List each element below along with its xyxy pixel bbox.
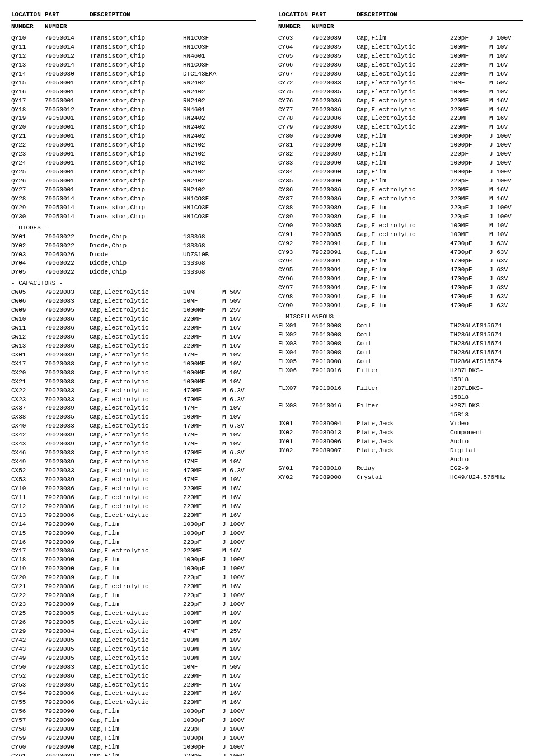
cell-desc: Coil xyxy=(357,349,450,358)
cell-loc: CY82 xyxy=(278,150,312,159)
cell-val: 1000pF xyxy=(183,529,222,538)
cell-val: 10MF xyxy=(450,79,489,88)
cell-desc: Cap,Film xyxy=(357,177,450,186)
cell-type: M 16V xyxy=(222,503,256,511)
cell-val: 10MF xyxy=(183,288,222,297)
page-container: LOCATION PART DESCRIPTION NUMBER NUMBER … xyxy=(11,11,523,756)
cell-loc: QY17 xyxy=(11,97,45,106)
table-row: CY7579020085Cap,Electrolytic100MFM 10V xyxy=(278,88,523,97)
cell-val: 220pF xyxy=(450,150,489,159)
cell-val: 220MF xyxy=(450,106,489,115)
table-row: CY8579020090Cap,Film220pFJ 100V xyxy=(278,177,523,186)
cell-part: 79020088 xyxy=(45,369,90,378)
right-column: LOCATION PART DESCRIPTION NUMBER NUMBER … xyxy=(278,11,523,756)
cell-loc: CY67 xyxy=(278,70,312,79)
cell-loc: QY18 xyxy=(11,106,45,115)
cell-val: H287LDKS-15818 xyxy=(450,402,489,420)
cell-loc: CY42 xyxy=(11,636,45,645)
table-row: CY8079020090Cap,Film1000pFJ 100V xyxy=(278,132,523,141)
cell-loc: QY13 xyxy=(11,61,45,70)
cell-loc: FLX04 xyxy=(278,349,312,358)
cell-desc: Diode,Chip xyxy=(90,242,183,251)
table-row: CY5579020086Cap,Electrolytic220MFM 16V xyxy=(11,698,256,707)
cell-part: 79020033 xyxy=(45,467,90,476)
cell-loc: QY26 xyxy=(11,177,45,186)
cell-loc: CW06 xyxy=(11,297,45,306)
cell-loc: CY43 xyxy=(11,645,45,654)
cell-loc: CX38 xyxy=(11,413,45,422)
cell-desc: Cap,Electrolytic xyxy=(90,333,183,342)
cell-type xyxy=(489,473,523,482)
cell-type: M 10V xyxy=(222,654,256,663)
table-row: CX2279020033Cap,Electrolytic470MFM 6.3V xyxy=(11,387,256,396)
table-row: CW0679020083Cap,Electrolytic10MFM 50V xyxy=(11,297,256,306)
cell-loc: CY90 xyxy=(278,222,312,231)
cell-loc: FLX02 xyxy=(278,331,312,340)
table-row: CY6479020085Cap,Electrolytic100MFM 10V xyxy=(278,43,523,52)
cell-type: M 16V xyxy=(489,97,523,106)
table-row: FLX0579010008CoilTH286LAIS15674 xyxy=(278,358,523,367)
cell-part: 79020085 xyxy=(45,609,90,618)
table-row: CY4279020085Cap,Electrolytic100MFM 10V xyxy=(11,636,256,645)
cell-val: Digital Audio xyxy=(450,447,489,464)
cell-type: M 50V xyxy=(489,79,523,88)
cell-val: 47MF xyxy=(183,627,222,636)
table-row: CY1079020086Cap,Electrolytic220MFM 16V xyxy=(11,485,256,494)
cell-desc: Transistor,Chip xyxy=(90,70,183,79)
table-row: CY7879020086Cap,Electrolytic220MFM 16V xyxy=(278,114,523,123)
cell-loc: CY97 xyxy=(278,284,312,293)
table-row: QY2979050014Transistor,ChipHN1CO3F xyxy=(11,204,256,213)
table-row: CY5879020089Cap,Film220pFJ 100V xyxy=(11,725,256,734)
cell-val: 100MF xyxy=(183,413,222,422)
cell-desc: Cap,Electrolytic xyxy=(90,297,183,306)
cell-loc: CX46 xyxy=(11,449,45,458)
cell-val: 100MF xyxy=(183,609,222,618)
cell-desc: Cap,Electrolytic xyxy=(90,698,183,707)
cell-loc: CX21 xyxy=(11,378,45,387)
cell-part: 79020086 xyxy=(45,698,90,707)
cell-desc: Coil xyxy=(357,340,450,349)
table-row: CY5779020090Cap,Film1000pFJ 100V xyxy=(11,716,256,725)
table-row: CY1879020090Cap,Film1000pFJ 100V xyxy=(11,556,256,565)
cell-desc: Transistor,Chip xyxy=(90,114,183,123)
cell-loc: QY24 xyxy=(11,159,45,168)
cell-val: 470MF xyxy=(183,396,222,405)
cell-loc: XY02 xyxy=(278,473,312,482)
cell-type: M 10V xyxy=(222,458,256,467)
col-header-part: PART xyxy=(45,11,90,18)
col-header-loc: LOCATION xyxy=(11,11,45,18)
cell-desc: Diode,Chip xyxy=(90,259,183,268)
table-row: CX4979020039Cap,Electrolytic47MFM 10V xyxy=(11,458,256,467)
cell-type xyxy=(222,132,256,141)
cell-type: J 100V xyxy=(222,743,256,752)
cell-desc: Cap,Film xyxy=(357,302,450,311)
cell-part: 79050014 xyxy=(45,213,90,222)
cell-loc: CY52 xyxy=(11,672,45,681)
table-row: CY9679020091Cap,Film4700pFJ 63V xyxy=(278,275,523,284)
col-header-type xyxy=(222,11,256,18)
cell-type: M 10V xyxy=(222,476,256,485)
cell-loc: CX42 xyxy=(11,431,45,440)
cell-desc: Cap,Film xyxy=(357,257,450,266)
right-col-header-type xyxy=(489,11,523,18)
table-row: CY2979020084Cap,Electrolytic47MFM 25V xyxy=(11,627,256,636)
cell-loc: CY77 xyxy=(278,106,312,115)
cell-val: 220pF xyxy=(183,752,222,756)
table-row: CY1379020086Cap,Electrolytic220MFM 16V xyxy=(11,511,256,520)
cell-loc: QY30 xyxy=(11,213,45,222)
table-row: FLX0179010008CoilTH286LAIS15674 xyxy=(278,322,523,331)
cell-desc: Cap,Film xyxy=(90,574,183,583)
cell-part: 79020091 xyxy=(312,284,357,293)
section-label: - MISCELLANEOUS - xyxy=(278,311,523,322)
cell-type: J 100V xyxy=(222,520,256,529)
cell-loc: QY10 xyxy=(11,34,45,43)
table-row: CY9879020091Cap,Film4700pFJ 63V xyxy=(278,293,523,302)
cell-part: 79020090 xyxy=(312,141,357,150)
cell-loc: CY76 xyxy=(278,97,312,106)
col-header2-part: NUMBER xyxy=(45,23,90,30)
right-rows: CY6379020089Cap,Film220pFJ 100VCY6479020… xyxy=(278,34,523,482)
cell-part: 79020039 xyxy=(45,476,90,485)
cell-desc: Cap,Electrolytic xyxy=(90,467,183,476)
cell-loc: CW10 xyxy=(11,315,45,324)
cell-type xyxy=(222,242,256,251)
